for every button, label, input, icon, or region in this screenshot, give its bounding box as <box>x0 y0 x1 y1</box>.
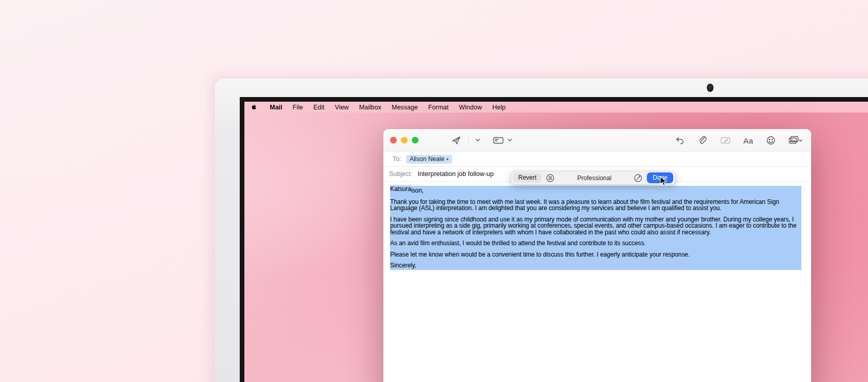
menu-item-help[interactable]: Help <box>487 104 511 111</box>
undo-icon[interactable] <box>675 136 685 145</box>
apple-logo-icon[interactable] <box>251 103 258 111</box>
menu-item-window[interactable]: Window <box>454 104 487 111</box>
menu-item-message[interactable]: Message <box>386 104 423 111</box>
signature-name: Katsura <box>390 185 411 193</box>
menu-item-edit[interactable]: Edit <box>308 104 330 111</box>
to-label: To: <box>393 155 401 163</box>
toolbar-divider <box>468 136 469 145</box>
writing-tools-bar: Revert Professional Done <box>510 171 676 185</box>
zoom-button[interactable] <box>412 137 419 144</box>
signature-line[interactable]: Katsura <box>390 186 818 193</box>
minimize-button[interactable] <box>401 137 408 144</box>
subject-label: Subject: <box>389 170 412 178</box>
mail-compose-window: Aa To: Alison Neale ▾ Subject: Interpret… <box>383 129 811 382</box>
body-paragraph: As an avid film enthusiast, I would be t… <box>390 240 799 247</box>
menu-item-view[interactable]: View <box>330 104 354 111</box>
header-options-chevron-icon[interactable] <box>507 138 513 142</box>
format-icon[interactable]: Aa <box>743 136 753 145</box>
close-button[interactable] <box>390 137 397 144</box>
header-fields-icon[interactable] <box>493 136 504 145</box>
traffic-lights <box>390 137 419 144</box>
emoji-icon[interactable] <box>766 136 776 145</box>
rewrite-pencil-icon[interactable] <box>633 173 643 183</box>
camera-icon <box>707 84 714 92</box>
revert-button[interactable]: Revert <box>513 173 541 183</box>
mouse-cursor <box>660 176 668 188</box>
recipient-name: Alison Neale <box>410 155 444 163</box>
to-field-row[interactable]: To: Alison Neale ▾ <box>383 152 811 167</box>
body-paragraph: Sincerely, <box>390 262 799 269</box>
recipient-token[interactable]: Alison Neale ▾ <box>406 155 452 164</box>
body-paragraph: I have been signing since childhood and … <box>390 216 799 236</box>
send-options-chevron-icon[interactable] <box>475 138 481 142</box>
menu-bar: Mail File Edit View Mailbox Message Form… <box>244 102 868 113</box>
attach-icon[interactable] <box>698 136 707 146</box>
menu-item-format[interactable]: Format <box>423 104 454 111</box>
photo-browser-icon[interactable] <box>788 136 803 145</box>
recipient-chevron-icon[interactable]: ▾ <box>446 157 448 162</box>
menu-item-mail[interactable]: Mail <box>265 104 287 111</box>
body-paragraph: Please let me know when would be a conve… <box>390 251 799 258</box>
menu-item-mailbox[interactable]: Mailbox <box>354 104 386 111</box>
body-paragraph: Thank you for taking the time to meet wi… <box>390 199 799 212</box>
menu-item-file[interactable]: File <box>287 104 308 111</box>
message-body[interactable]: Hello Alison, Thank you for taking the t… <box>383 182 811 382</box>
compose-toolbar: Aa <box>383 129 811 152</box>
writing-tools-summary-icon[interactable] <box>546 173 555 183</box>
send-icon[interactable] <box>451 135 461 146</box>
tone-label: Professional <box>555 174 633 182</box>
subject-value[interactable]: Interpretation job follow-up <box>417 170 493 178</box>
desktop-backdrop: Mail File Edit View Mailbox Message Form… <box>0 0 868 382</box>
markup-icon <box>720 136 731 145</box>
selected-text-block[interactable]: Hello Alison, Thank you for taking the t… <box>390 186 801 270</box>
